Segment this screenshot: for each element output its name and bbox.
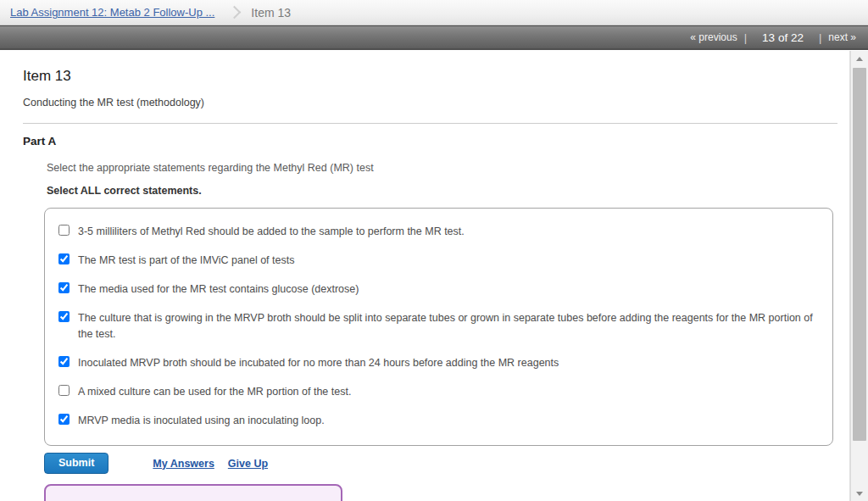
answer-option-row: 3-5 milliliters of Methyl Red should be … bbox=[58, 217, 817, 246]
option-checkbox[interactable] bbox=[58, 414, 70, 425]
option-checkbox[interactable] bbox=[58, 225, 70, 236]
scroll-up-button[interactable] bbox=[851, 51, 868, 66]
give-up-link[interactable]: Give Up bbox=[228, 458, 268, 470]
question-text: Select the appropriate statements regard… bbox=[47, 162, 849, 174]
option-label: 3-5 milliliters of Methyl Red should be … bbox=[78, 224, 465, 239]
option-checkbox[interactable] bbox=[58, 282, 70, 293]
page-title: Item 13 bbox=[23, 68, 849, 85]
scrollbar-thumb[interactable] bbox=[853, 68, 866, 441]
triangle-up-icon bbox=[856, 57, 863, 61]
previous-item-button[interactable]: « previous bbox=[690, 31, 737, 43]
item-subtitle: Conducting the MR test (methodology) bbox=[23, 97, 849, 109]
item-content: Item 13 Conducting the MR test (methodol… bbox=[0, 51, 850, 501]
breadcrumb: Lab Assignment 12: Metab 2 Follow-Up ...… bbox=[0, 0, 868, 25]
option-label: The culture that is growing in the MRVP … bbox=[78, 310, 817, 341]
item-position-indicator: 13 of 22 bbox=[762, 31, 804, 44]
answer-option-row: The MR test is part of the IMViC panel o… bbox=[58, 246, 817, 275]
option-checkbox[interactable] bbox=[58, 311, 70, 322]
submit-button[interactable]: Submit bbox=[44, 453, 108, 474]
option-label: Inoculated MRVP broth should be incubate… bbox=[78, 355, 559, 370]
option-label: The MR test is part of the IMViC panel o… bbox=[78, 253, 294, 268]
action-row: Submit My Answers Give Up bbox=[44, 453, 849, 474]
question-prompt: Select ALL correct statements. bbox=[47, 185, 849, 197]
feedback-box: Incorrect; One attempt remaining; Try Ag… bbox=[44, 484, 342, 501]
option-checkbox[interactable] bbox=[58, 356, 70, 367]
option-label: MRVP media is inoculated using an inocul… bbox=[78, 413, 325, 428]
my-answers-link[interactable]: My Answers bbox=[153, 458, 214, 470]
breadcrumb-assignment-link[interactable]: Lab Assignment 12: Metab 2 Follow-Up ... bbox=[10, 6, 214, 19]
answer-option-row: Inoculated MRVP broth should be incubate… bbox=[58, 348, 817, 377]
answer-option-row: The media used for the MR test contains … bbox=[58, 275, 817, 303]
next-item-button[interactable]: next » bbox=[828, 31, 856, 43]
answer-options-box: 3-5 milliliters of Methyl Red should be … bbox=[44, 208, 833, 446]
option-checkbox[interactable] bbox=[58, 385, 70, 396]
section-divider bbox=[23, 123, 837, 124]
answer-option-row: The culture that is growing in the MRVP … bbox=[58, 303, 817, 348]
item-nav-bar: « previous | 13 of 22 | next » bbox=[0, 25, 868, 50]
part-a-heading: Part A bbox=[23, 135, 849, 148]
option-checkbox[interactable] bbox=[58, 253, 70, 264]
option-label: The media used for the MR test contains … bbox=[78, 281, 359, 297]
breadcrumb-current-item: Item 13 bbox=[251, 6, 291, 19]
triangle-down-icon bbox=[856, 492, 863, 496]
option-label: A mixed culture can be used for the MR p… bbox=[78, 384, 351, 399]
assignment-page: Lab Assignment 12: Metab 2 Follow-Up ...… bbox=[0, 0, 868, 501]
nav-divider: | bbox=[744, 31, 747, 44]
scroll-down-button[interactable] bbox=[851, 486, 868, 501]
answer-option-row: MRVP media is inoculated using an inocul… bbox=[58, 406, 817, 435]
vertical-scrollbar[interactable] bbox=[850, 51, 868, 501]
answer-option-row: A mixed culture can be used for the MR p… bbox=[58, 377, 817, 406]
nav-divider: | bbox=[819, 31, 821, 44]
chevron-right-icon bbox=[228, 6, 242, 19]
